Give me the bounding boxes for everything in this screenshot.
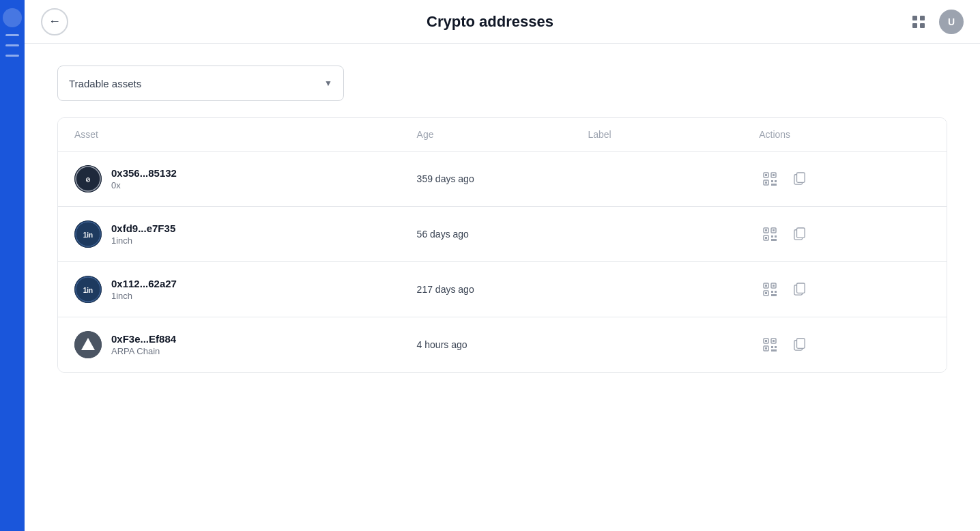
actions-cell (759, 278, 930, 300)
copy-icon (794, 283, 806, 296)
svg-rect-10 (773, 174, 775, 176)
header: ← Crypto addresses U (25, 0, 980, 44)
copy-address-button[interactable] (789, 168, 811, 190)
age-cell: 56 days ago (417, 229, 588, 240)
svg-rect-2 (912, 23, 917, 28)
svg-text:1in: 1in (83, 231, 93, 239)
asset-icon-1inch: 1in (74, 220, 102, 248)
svg-rect-38 (773, 285, 775, 287)
asset-symbol: ARPA Chain (111, 346, 176, 356)
svg-rect-8 (765, 174, 767, 176)
svg-rect-1 (920, 16, 925, 20)
svg-rect-15 (771, 184, 777, 186)
svg-rect-42 (775, 291, 777, 293)
column-header-label: Label (588, 129, 759, 140)
svg-rect-36 (765, 285, 767, 287)
qr-code-icon (763, 227, 777, 241)
asset-symbol: 1inch (111, 235, 175, 246)
table-row: 1in 0x112...62a27 1inch 217 days ago (58, 262, 947, 317)
copy-icon (794, 338, 806, 351)
asset-cell: 1in 0x112...62a27 1inch (74, 276, 417, 303)
svg-rect-27 (771, 235, 773, 238)
column-header-age: Age (417, 129, 588, 140)
grid-apps-button[interactable] (906, 10, 931, 34)
asset-address: 0x112...62a27 (111, 278, 177, 289)
sidebar-rect-2 (5, 44, 19, 46)
svg-rect-28 (775, 235, 777, 238)
header-left: ← (41, 8, 68, 35)
age-cell: 217 days ago (417, 284, 588, 295)
svg-rect-43 (771, 294, 777, 296)
main-content: ← Crypto addresses U Tradable assets (25, 0, 980, 531)
asset-cell: ⊘ 0x356...85132 0x (74, 165, 417, 192)
sidebar-rect-3 (5, 55, 19, 57)
asset-icon-1inch: 1in (74, 276, 102, 303)
asset-icon-0x: ⊘ (74, 165, 102, 192)
qr-code-button[interactable] (759, 334, 781, 356)
qr-code-icon (763, 283, 777, 296)
chevron-down-icon: ▼ (324, 78, 332, 88)
svg-rect-12 (765, 182, 767, 184)
tradable-assets-dropdown[interactable]: Tradable assets ▼ (57, 66, 344, 101)
copy-address-button[interactable] (789, 278, 811, 300)
content-area: Tradable assets ▼ Asset Age Label Action… (25, 44, 980, 531)
asset-info: 0xfd9...e7F35 1inch (111, 223, 175, 246)
asset-cell: 1in 0xfd9...e7F35 1inch (74, 220, 417, 248)
copy-address-button[interactable] (789, 223, 811, 245)
qr-code-button[interactable] (759, 168, 781, 190)
age-cell: 4 hours ago (417, 339, 588, 350)
svg-rect-26 (765, 237, 767, 239)
0x-logo-icon: ⊘ (74, 165, 102, 192)
qr-code-icon (763, 338, 777, 351)
asset-address: 0x356...85132 (111, 167, 177, 179)
1inch-logo-icon: 1in (74, 276, 102, 303)
svg-rect-3 (920, 23, 925, 28)
table-row: ⊘ 0x356...85132 0x 359 days ago (58, 152, 947, 207)
column-header-asset: Asset (74, 129, 417, 140)
copy-icon (794, 172, 806, 186)
back-button[interactable]: ← (41, 8, 68, 35)
asset-address: 0xF3e...Ef884 (111, 333, 176, 345)
svg-rect-49 (765, 340, 767, 342)
asset-info: 0xF3e...Ef884 ARPA Chain (111, 333, 176, 356)
asset-symbol: 0x (111, 180, 177, 190)
svg-rect-53 (765, 347, 767, 349)
svg-rect-58 (797, 339, 805, 348)
avatar[interactable]: U (939, 10, 964, 34)
table-row: 0xF3e...Ef884 ARPA Chain 4 hours ago (58, 317, 947, 372)
svg-rect-31 (797, 228, 805, 238)
copy-address-button[interactable] (789, 334, 811, 356)
svg-rect-29 (771, 239, 777, 241)
svg-rect-22 (765, 229, 767, 231)
svg-text:⊘: ⊘ (86, 175, 91, 184)
svg-rect-55 (775, 346, 777, 348)
avatar-initials: U (948, 16, 955, 27)
svg-rect-24 (773, 229, 775, 231)
page-title: Crypto addresses (427, 13, 553, 31)
asset-info: 0x356...85132 0x (111, 167, 177, 190)
svg-rect-40 (765, 292, 767, 294)
svg-text:1in: 1in (83, 287, 93, 294)
asset-symbol: 1inch (111, 291, 177, 301)
svg-rect-41 (771, 291, 773, 293)
qr-code-button[interactable] (759, 278, 781, 300)
sidebar-dot-1 (3, 8, 22, 27)
dropdown-selected-value: Tradable assets (69, 78, 141, 89)
grid-icon (911, 14, 926, 29)
column-header-actions: Actions (759, 129, 930, 140)
arpa-logo-icon (74, 331, 102, 358)
sidebar-rect-1 (5, 34, 19, 36)
age-cell: 359 days ago (417, 173, 588, 184)
svg-rect-56 (771, 349, 777, 351)
filter-dropdown-wrapper: Tradable assets ▼ (57, 66, 947, 101)
sidebar (0, 0, 25, 531)
asset-info: 0x112...62a27 1inch (111, 278, 177, 301)
qr-code-button[interactable] (759, 223, 781, 245)
back-arrow-icon: ← (48, 14, 61, 29)
table-body: ⊘ 0x356...85132 0x 359 days ago (58, 152, 947, 372)
actions-cell (759, 334, 930, 356)
svg-rect-14 (775, 180, 777, 182)
table-row: 1in 0xfd9...e7F35 1inch 56 days ago (58, 207, 947, 262)
qr-code-icon (763, 172, 777, 186)
crypto-addresses-table: Asset Age Label Actions ⊘ 0x356...85132 … (57, 117, 947, 373)
